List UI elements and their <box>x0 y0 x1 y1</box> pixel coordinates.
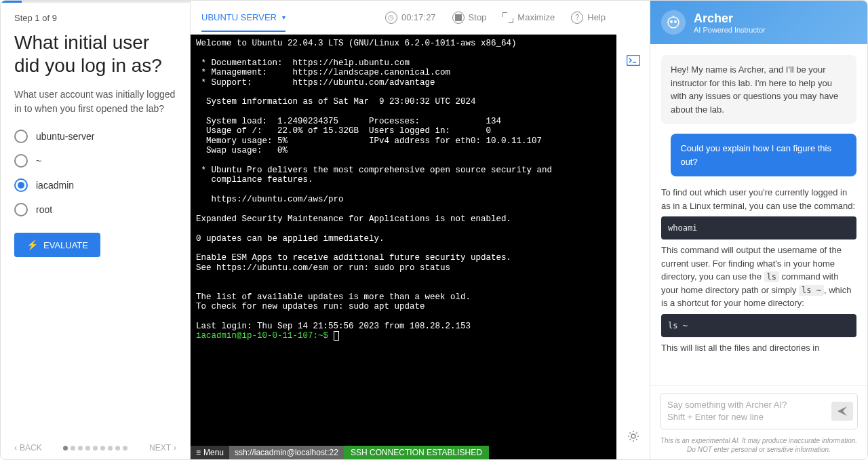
timer-value: 00:17:27 <box>401 12 436 22</box>
terminal-panel: UBUNTU SERVER ▾ ◷ 00:17:27 Stop Maximize… <box>191 1 616 459</box>
step-dot[interactable] <box>108 446 113 451</box>
inline-code: ls <box>764 271 779 282</box>
radio-icon <box>14 130 28 143</box>
right-icon-bar <box>616 1 650 459</box>
answer-options: ubuntu-server ~ iacadmin root <box>14 130 176 216</box>
radio-icon <box>14 203 28 216</box>
evaluate-button[interactable]: ⚡ EVALUATE <box>14 233 100 257</box>
help-button[interactable]: ? Help <box>571 12 606 24</box>
user-message: Could you explain how I can figure this … <box>671 134 856 176</box>
chat-bot-subtitle: AI Powered Instructor <box>694 26 766 34</box>
code-block: ls ~ <box>661 314 856 337</box>
ssh-address: ssh://iacadmin@localhost:22 <box>229 446 344 459</box>
chat-messages[interactable]: Hey! My name is Archer, and I'll be your… <box>650 44 867 385</box>
option-tilde[interactable]: ~ <box>14 154 176 168</box>
chat-input-area: Say something with Archer AI? Shift + En… <box>650 385 867 434</box>
option-label: root <box>36 204 52 215</box>
step-nav: ‹ BACK NEXT › <box>14 436 176 453</box>
svg-point-3 <box>668 17 679 28</box>
option-label: iacadmin <box>36 180 74 191</box>
chevron-left-icon: ‹ <box>14 443 17 453</box>
radio-icon <box>14 154 28 168</box>
step-dot[interactable] <box>78 446 83 451</box>
option-root[interactable]: root <box>14 203 176 216</box>
terminal-footer: ≡ Menu ssh://iacadmin@localhost:22 SSH C… <box>191 446 616 459</box>
terminal-menu-button[interactable]: ≡ Menu <box>191 446 229 459</box>
step-dot[interactable] <box>71 446 75 451</box>
send-button[interactable] <box>831 402 853 421</box>
bot-text: To find out which user you're currently … <box>661 187 855 211</box>
step-dot[interactable] <box>93 446 98 451</box>
question-panel: Step 1 of 9 What initial user did you lo… <box>1 1 191 459</box>
svg-point-2 <box>631 434 635 438</box>
settings-button[interactable] <box>627 430 639 446</box>
stop-label: Stop <box>469 12 487 22</box>
maximize-icon <box>502 12 513 23</box>
stop-button[interactable]: Stop <box>452 12 487 24</box>
svg-point-4 <box>671 21 672 22</box>
step-indicator: Step 1 of 9 <box>14 13 176 23</box>
terminal-shortcut-icon[interactable] <box>627 55 640 69</box>
chat-placeholder: Say something with Archer AI? Shift + En… <box>667 399 830 423</box>
server-tab[interactable]: UBUNTU SERVER ▾ <box>201 12 285 32</box>
chevron-right-icon: › <box>174 443 176 453</box>
menu-label: Menu <box>203 448 224 457</box>
maximize-button[interactable]: Maximize <box>502 12 555 23</box>
step-dot[interactable] <box>115 446 120 451</box>
caret-down-icon: ▾ <box>282 14 285 21</box>
chat-panel: Archer AI Powered Instructor Hey! My nam… <box>650 1 867 459</box>
bolt-icon: ⚡ <box>26 239 38 250</box>
chat-input[interactable]: Say something with Archer AI? Shift + En… <box>660 393 858 429</box>
chat-disclaimer: This is an experimental AI. It may produ… <box>650 434 867 459</box>
question-title: What initial user did you log in as? <box>14 31 176 77</box>
clock-icon: ◷ <box>385 12 397 24</box>
bot-message: Hey! My name is Archer, and I'll be your… <box>661 55 856 124</box>
bot-message: To find out which user you're currently … <box>661 186 856 354</box>
option-ubuntu-server[interactable]: ubuntu-server <box>14 130 176 143</box>
bot-text: This will list all the files and directo… <box>661 343 819 353</box>
svg-point-5 <box>675 21 676 22</box>
option-label: ~ <box>36 155 41 166</box>
stop-icon <box>452 12 465 24</box>
chat-header: Archer AI Powered Instructor <box>650 1 867 44</box>
terminal-text: Welcome to Ubuntu 22.04.3 LTS (GNU/Linux… <box>196 39 552 331</box>
step-dot[interactable] <box>85 446 90 451</box>
step-dot[interactable] <box>123 446 127 451</box>
terminal-output[interactable]: Welcome to Ubuntu 22.04.3 LTS (GNU/Linux… <box>191 35 616 446</box>
hamburger-icon: ≡ <box>196 448 201 457</box>
option-iacadmin[interactable]: iacadmin <box>14 178 176 192</box>
ssh-status: SSH CONNECTION ESTABLISHED <box>344 446 489 459</box>
back-button[interactable]: ‹ BACK <box>14 443 42 453</box>
help-label: Help <box>587 12 606 22</box>
send-icon <box>837 406 848 417</box>
code-block: whoami <box>661 216 856 239</box>
step-dot[interactable] <box>63 446 68 451</box>
question-description: What user account was initially logged i… <box>14 88 176 116</box>
svg-rect-0 <box>627 56 639 66</box>
radio-icon <box>14 178 28 192</box>
help-icon: ? <box>571 12 583 24</box>
evaluate-label: EVALUATE <box>43 240 88 250</box>
step-dot[interactable] <box>100 446 105 451</box>
step-dots <box>63 446 127 451</box>
terminal-prompt: iacadmin@ip-10-0-11-107:~$ <box>196 332 334 341</box>
inline-code: ls ~ <box>799 285 824 296</box>
timer: ◷ 00:17:27 <box>385 12 436 24</box>
terminal-header: UBUNTU SERVER ▾ ◷ 00:17:27 Stop Maximize… <box>191 1 616 35</box>
next-button[interactable]: NEXT › <box>149 443 176 453</box>
option-label: ubuntu-server <box>36 131 94 142</box>
bot-avatar-icon <box>661 10 686 35</box>
server-tab-label: UBUNTU SERVER <box>201 12 277 22</box>
next-label: NEXT <box>149 443 171 453</box>
back-label: BACK <box>20 443 42 453</box>
maximize-label: Maximize <box>517 12 555 22</box>
chat-bot-name: Archer <box>694 12 766 26</box>
cursor-icon <box>334 331 339 341</box>
